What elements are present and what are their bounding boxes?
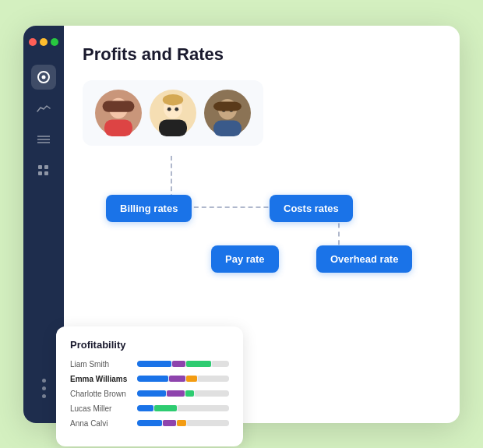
bar-segment <box>177 420 186 426</box>
svg-rect-7 <box>38 171 42 175</box>
costs-rates-button[interactable]: Costs rates <box>270 195 353 222</box>
avatar-1 <box>95 90 142 136</box>
close-button[interactable] <box>29 38 37 46</box>
pay-rate-button[interactable]: Pay rate <box>211 245 279 273</box>
bar-container <box>137 376 229 382</box>
person-row: Liam Smith <box>70 360 229 369</box>
person-name: Liam Smith <box>70 360 131 369</box>
avatar-1-image <box>99 93 138 132</box>
person-row: Charlotte Brown <box>70 390 229 398</box>
svg-rect-21 <box>159 119 187 132</box>
bar-container <box>137 405 229 411</box>
svg-rect-5 <box>38 165 42 169</box>
person-row: Emma Williams <box>70 375 229 383</box>
bar-container <box>137 420 229 426</box>
person-name: Charlotte Brown <box>70 390 131 398</box>
bar-segment <box>137 376 168 382</box>
bar-segment <box>212 361 229 367</box>
svg-rect-6 <box>44 165 48 169</box>
sidebar-dots <box>42 379 46 411</box>
svg-point-23 <box>175 107 178 111</box>
maximize-button[interactable] <box>51 38 58 46</box>
svg-rect-8 <box>44 171 48 175</box>
bar-segment <box>198 376 229 382</box>
bar-segment <box>137 420 162 426</box>
avatar-2 <box>150 90 196 136</box>
app-window: Profits and Rates <box>23 26 460 423</box>
sidebar-item-grid[interactable] <box>31 158 56 183</box>
svg-rect-16 <box>103 101 135 111</box>
svg-point-24 <box>163 94 183 105</box>
overhead-rate-button[interactable]: Overhead rate <box>316 245 412 273</box>
page-title: Profits and Rates <box>83 44 441 65</box>
sidebar-item-chart[interactable] <box>31 96 56 121</box>
sidebar-item-home[interactable] <box>31 65 56 90</box>
bar-segment <box>163 420 176 426</box>
bar-segment <box>195 390 229 397</box>
bar-container <box>137 390 229 397</box>
person-row: Lucas Miller <box>70 404 229 413</box>
svg-point-22 <box>167 107 171 111</box>
svg-point-1 <box>42 75 46 79</box>
avatar-3-image <box>208 93 247 132</box>
svg-rect-13 <box>104 119 132 132</box>
person-name: Lucas Miller <box>70 404 131 413</box>
diagram: Billing rates Costs rates Pay rate Overh… <box>83 160 441 296</box>
bar-segment <box>187 420 229 426</box>
sidebar-item-list[interactable] <box>31 127 56 152</box>
bar-segment <box>137 390 166 397</box>
svg-rect-29 <box>213 120 242 132</box>
bar-segment <box>186 361 211 367</box>
bar-container <box>137 361 229 367</box>
profitability-card: Profitability Liam SmithEmma WilliamsCha… <box>56 326 243 446</box>
billing-rates-button[interactable]: Billing rates <box>106 195 192 222</box>
profitability-title: Profitability <box>70 339 229 351</box>
bar-segment <box>172 361 185 367</box>
person-name: Anna Calvi <box>70 419 131 428</box>
bar-segment <box>137 361 171 367</box>
minimize-button[interactable] <box>40 38 48 46</box>
avatar-2-image <box>153 93 192 132</box>
avatar-3 <box>204 90 251 136</box>
traffic-lights <box>29 38 58 46</box>
bar-segment <box>186 376 197 382</box>
person-name: Emma Williams <box>70 375 131 383</box>
bar-segment <box>137 405 153 411</box>
avatars-card <box>83 80 263 146</box>
bar-segment <box>154 405 177 411</box>
svg-rect-32 <box>213 101 242 111</box>
bar-segment <box>178 405 229 411</box>
bar-segment <box>169 376 185 382</box>
main-content: Profits and Rates <box>64 26 460 423</box>
person-row: Anna Calvi <box>70 419 229 428</box>
bar-segment <box>185 390 195 397</box>
bar-segment <box>167 390 185 397</box>
